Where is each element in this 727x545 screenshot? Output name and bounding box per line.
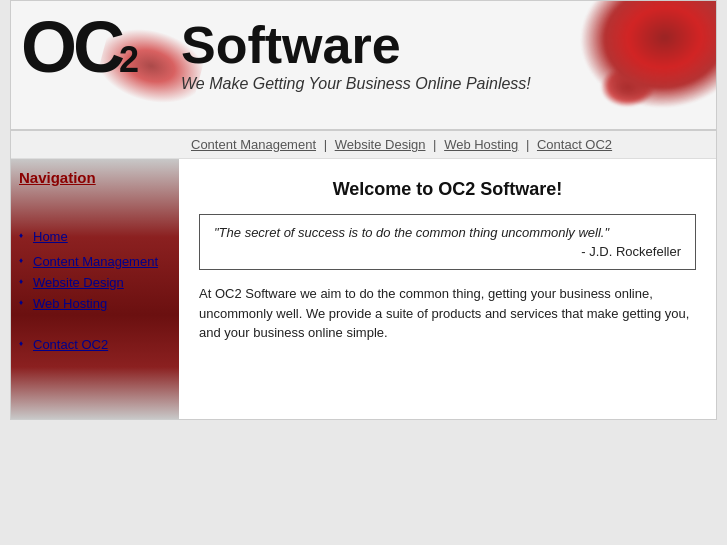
top-nav-content-management[interactable]: Content Management: [191, 137, 316, 152]
top-nav-sep-3: |: [526, 137, 529, 152]
logo-oc-text: OC: [21, 11, 121, 83]
sidebar-item-content-management[interactable]: Content Management: [19, 251, 171, 272]
page-wrapper: OC 2 Software We Make Getting Your Busin…: [10, 0, 717, 420]
top-nav-web-hosting[interactable]: Web Hosting: [444, 137, 518, 152]
sidebar: Navigation Home Content Management Websi…: [11, 159, 179, 419]
welcome-title: Welcome to OC2 Software!: [199, 179, 696, 200]
top-nav-sep-1: |: [324, 137, 327, 152]
quote-box: "The secret of success is to do the comm…: [199, 214, 696, 270]
quote-text: "The secret of success is to do the comm…: [214, 225, 681, 240]
sidebar-nav-title: Navigation: [19, 169, 171, 186]
header: OC 2 Software We Make Getting Your Busin…: [11, 1, 716, 131]
sidebar-item-website-design[interactable]: Website Design: [19, 272, 171, 293]
logo-2-text: 2: [119, 39, 139, 81]
sidebar-item-web-hosting[interactable]: Web Hosting: [19, 293, 171, 314]
header-logo: OC 2: [21, 11, 139, 83]
top-nav-website-design[interactable]: Website Design: [335, 137, 426, 152]
sidebar-item-contact-oc2[interactable]: Contact OC2: [19, 334, 171, 355]
main-content: Welcome to OC2 Software! "The secret of …: [179, 159, 716, 419]
header-text: Software We Make Getting Your Business O…: [181, 19, 531, 93]
sidebar-spacer: [19, 196, 171, 226]
logo-software-text: Software: [181, 19, 531, 71]
sidebar-gap: [19, 314, 171, 334]
header-tagline: We Make Getting Your Business Online Pai…: [181, 75, 531, 93]
top-nav-contact-oc2[interactable]: Contact OC2: [537, 137, 612, 152]
red-splatter-decoration: [520, 1, 716, 131]
main-layout: Navigation Home Content Management Websi…: [11, 159, 716, 419]
quote-attribution: - J.D. Rockefeller: [214, 244, 681, 259]
intro-paragraph: At OC2 Software we aim to do the common …: [199, 284, 696, 343]
top-nav-bar: Content Management | Website Design | We…: [11, 131, 716, 159]
sidebar-item-home[interactable]: Home: [19, 226, 171, 247]
top-nav-sep-2: |: [433, 137, 436, 152]
